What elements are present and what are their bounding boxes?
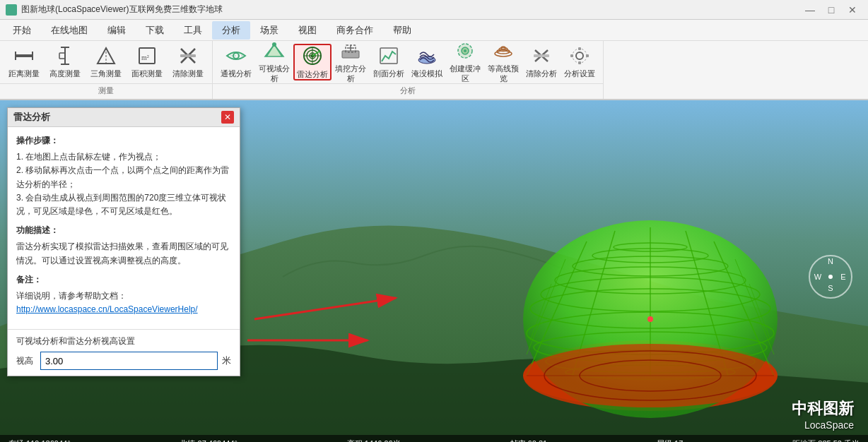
contour-tool[interactable]: 等高线预览: [484, 44, 522, 80]
menu-tools[interactable]: 工具: [174, 21, 212, 40]
distance-tool[interactable]: 距离测量: [4, 44, 44, 80]
profile-label: 剖面分析: [373, 69, 404, 78]
excavation-label: 填挖方分析: [334, 64, 368, 83]
measurement-section: 距离测量 高度测量: [0, 41, 213, 99]
visibility-label: 通视分析: [221, 69, 252, 78]
window-controls: — □ ✕: [800, 2, 862, 18]
longitude-status: 东经 119.136944°: [8, 438, 71, 443]
steps-content: 1. 在地图上点击鼠标左键，作为视点； 2. 移动鼠标再次点击一个点，以两个点之…: [16, 150, 231, 218]
menu-online-map[interactable]: 在线地图: [41, 21, 98, 40]
flood-label: 淹没模拟: [411, 69, 442, 78]
profile-icon: [378, 46, 399, 68]
dialog-body: 操作步骤： 1. 在地图上点击鼠标左键，作为视点； 2. 移动鼠标再次点击一个点…: [8, 127, 240, 329]
view-height-input[interactable]: [40, 352, 218, 370]
svg-rect-27: [380, 48, 397, 64]
menu-start[interactable]: 开始: [3, 21, 41, 40]
altitude-status: 高程 1446.96米: [347, 438, 401, 443]
watermark: 中科图新 LocaSpace: [792, 398, 854, 431]
clear-measure-tool[interactable]: 清除测量: [168, 44, 208, 80]
height-tool[interactable]: 高度测量: [45, 44, 85, 80]
buffer-icon: [454, 41, 476, 63]
svg-rect-42: [578, 61, 581, 64]
viewshed-label: 可视域分析: [257, 64, 291, 83]
radar-label: 雷达分析: [297, 70, 328, 79]
step-1: 1. 在地图上点击鼠标左键，作为视点；: [16, 150, 231, 164]
title-bar: 图新地球(LocaSpaceViewer)互联网免费三维数字地球 — □ ✕: [0, 0, 868, 20]
svg-point-31: [464, 49, 467, 52]
menu-business[interactable]: 商务合作: [327, 21, 383, 40]
triangle-tool[interactable]: 三角测量: [86, 44, 126, 80]
analysis-settings-icon: [569, 46, 590, 68]
svg-text:N: N: [828, 257, 833, 265]
clear-analysis-icon: [531, 46, 552, 68]
menu-view[interactable]: 视图: [288, 21, 327, 40]
menu-analysis[interactable]: 分析: [212, 21, 250, 40]
dialog-close-button[interactable]: ✕: [221, 111, 234, 124]
watermark-en: LocaSpace: [792, 419, 854, 431]
contour-label: 等高线预览: [486, 64, 520, 83]
viewshed-tool[interactable]: 可视域分析: [255, 44, 293, 80]
help-link[interactable]: http://www.locaspace.cn/LocaSpaceViewerH…: [16, 304, 198, 314]
step-3: 3. 会自动生成从视点到周围范围的720度三维立体可视状况，可见区域是绿色，不可…: [16, 191, 231, 218]
maximize-button[interactable]: □: [821, 2, 841, 18]
triangle-icon: [96, 46, 116, 68]
svg-point-39: [576, 52, 583, 59]
main-view[interactable]: N S W E 雷达分析 ✕ 操作步骤： 1. 在地图上点击鼠标左键，作为视点；…: [0, 100, 868, 442]
note-content: 详细说明，请参考帮助文档： http://www.locaspace.cn/Lo…: [16, 289, 231, 316]
analysis-section-label: 分析: [213, 83, 603, 99]
measurement-section-label: 测量: [0, 83, 212, 99]
area-tool[interactable]: m² 面积测量: [127, 44, 167, 80]
clear-measure-label: 清除测量: [172, 69, 204, 78]
distance-status: 距地面 885.53 千米: [792, 438, 860, 443]
excavation-tool[interactable]: 填挖方分析: [332, 44, 370, 80]
view-height-label: 可视域分析和雷达分析视高设置: [16, 335, 231, 347]
radar-tool[interactable]: 雷达分析: [293, 44, 332, 80]
svg-text:m²: m²: [141, 54, 149, 61]
svg-point-75: [647, 316, 653, 322]
svg-rect-44: [586, 54, 589, 57]
svg-rect-6: [59, 53, 65, 59]
view-height-unit: 米: [222, 354, 231, 367]
analysis-section: 通视分析 可视域分析: [213, 41, 604, 99]
svg-rect-13: [180, 54, 196, 57]
menu-edit[interactable]: 编辑: [98, 21, 136, 40]
flood-icon: [416, 46, 438, 68]
excavation-icon: [340, 41, 361, 63]
analysis-settings-tool[interactable]: 分析设置: [561, 44, 599, 80]
distance-label: 距离测量: [8, 69, 40, 78]
note-text: 详细说明，请参考帮助文档：: [16, 291, 127, 301]
minimize-button[interactable]: —: [800, 2, 820, 18]
menu-scene[interactable]: 场景: [250, 21, 288, 40]
analysis-settings-label: 分析设置: [564, 69, 595, 78]
menu-help[interactable]: 帮助: [383, 21, 421, 40]
menu-download[interactable]: 下载: [136, 21, 174, 40]
step-2: 2. 移动鼠标再次点击一个点，以两个点之间的距离作为雷达分析的半径；: [16, 164, 231, 191]
svg-text:S: S: [828, 284, 833, 292]
close-button[interactable]: ✕: [843, 2, 862, 18]
svg-text:W: W: [814, 273, 822, 281]
visibility-tool[interactable]: 通视分析: [217, 44, 255, 80]
buffer-tool[interactable]: 创建缓冲区: [446, 44, 484, 80]
note-title: 备注：: [16, 273, 231, 287]
clear-measure-icon: [178, 46, 198, 68]
triangle-label: 三角测量: [90, 69, 122, 78]
contour-icon: [493, 41, 514, 63]
radar-icon: [302, 45, 323, 68]
status-bar: 东经 119.136944° 北纬 27.469444° 高程 1446.96米…: [0, 435, 868, 442]
profile-tool[interactable]: 剖面分析: [370, 44, 408, 80]
svg-rect-43: [570, 54, 573, 57]
flood-tool[interactable]: 淹没模拟: [408, 44, 446, 80]
height-label: 高度测量: [49, 69, 81, 78]
analysis-tools: 通视分析 可视域分析: [213, 41, 603, 83]
viewshed-icon: [264, 41, 285, 63]
toolbar: 距离测量 高度测量: [0, 41, 868, 100]
svg-text:E: E: [840, 273, 845, 281]
app-icon: [6, 4, 17, 16]
svg-point-40: [573, 49, 587, 63]
buffer-label: 创建缓冲区: [448, 64, 482, 83]
steps-title: 操作步骤：: [16, 134, 231, 148]
feature-title: 功能描述：: [16, 224, 231, 237]
area-icon: m²: [137, 46, 157, 68]
svg-rect-41: [578, 47, 581, 50]
clear-analysis-tool[interactable]: 清除分析: [522, 44, 561, 80]
